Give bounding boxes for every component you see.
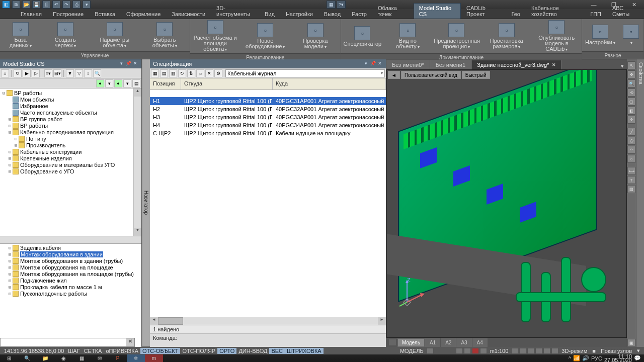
rt-box-icon[interactable]: ▢ (627, 98, 635, 106)
si3-icon[interactable] (472, 348, 479, 354)
side-tab[interactable]: Навигатор (142, 59, 150, 347)
menu-tab[interactable]: Облака точек (372, 3, 414, 19)
menu-tab[interactable]: Построение (47, 9, 89, 19)
qat-more-icon[interactable]: ▾ (83, 1, 91, 9)
rt-move-icon[interactable]: ✢ (627, 116, 635, 124)
ribbon-button[interactable]: ▫Выбрать объекты (139, 19, 190, 51)
tray-net-icon[interactable]: 📶 (573, 355, 580, 361)
tree-node[interactable]: Мои объекты (1, 96, 140, 103)
app-icon[interactable]: ◧ (2, 1, 10, 9)
status-toggle[interactable]: ОТС-ОБЪЕКТ (140, 348, 180, 354)
status-coords[interactable]: 14131.96,18538.68,0.00 (2, 348, 66, 354)
ribbon-button[interactable]: ▫ (618, 19, 643, 51)
ribbon-button[interactable]: ▫Преднастроенная проекция (432, 19, 482, 53)
st-6-icon[interactable]: ⌕ (196, 69, 204, 77)
status-toggle[interactable]: ОРТО (217, 348, 236, 354)
tree-node[interactable]: ⊞По типу (1, 135, 140, 142)
doc-tabs-more-icon[interactable]: ▾ (618, 63, 627, 69)
start-button[interactable]: ⊞ (0, 354, 18, 362)
status-toggle[interactable]: ДИН-ВВОД (236, 348, 269, 354)
object-tree-bottom[interactable]: ⊞Заделка кабеля⊞Монтаж оборудования в зд… (0, 244, 141, 298)
workspace-icon[interactable]: ▦ (327, 1, 336, 9)
menu-tab[interactable]: Вставка (89, 9, 121, 19)
ribbon-button[interactable]: ▫Спецификатор (341, 19, 384, 53)
ribbon-button[interactable]: ▫База данных (0, 19, 41, 51)
tb-home-icon[interactable]: ⌂ (1, 69, 9, 77)
tb-filter-icon[interactable]: ▼ (66, 69, 74, 77)
spec-close-icon[interactable]: ✕ (377, 61, 383, 67)
layout-icon[interactable] (388, 339, 396, 346)
menu-tab[interactable]: Зависимости (166, 9, 211, 19)
qat-open-icon[interactable]: 📂 (22, 1, 30, 9)
layout-tab[interactable]: А4 (472, 338, 488, 347)
status-model[interactable]: МОДЕЛЬ (398, 348, 426, 354)
rt-cursor-icon[interactable]: ↖ (627, 61, 635, 69)
tree-node[interactable]: ⊞ВР работы (1, 122, 140, 129)
rt-circle-icon[interactable]: ○ (627, 155, 635, 163)
tree-node[interactable]: ⊞Кабельные конструкции (1, 148, 140, 155)
table-row[interactable]: Н3ЩР2 Щиток групповой Rittal 100 (ПРИ...… (150, 113, 386, 121)
tray-clock[interactable]: 11:10 27.05.2020 (604, 355, 632, 362)
si5-icon[interactable] (511, 348, 518, 354)
menu-tab[interactable]: Оформление (121, 9, 166, 19)
si6-icon[interactable] (519, 348, 526, 354)
rt-orbit-icon[interactable]: ⟲ (627, 88, 635, 97)
status-scale[interactable]: m1:100 (488, 348, 511, 354)
tree-node[interactable]: ⊟Кабельно-проводниковая продукция (1, 129, 140, 135)
status-toggle[interactable]: оПРИВЯЗКА (104, 348, 140, 354)
document-tab[interactable]: Здание насосной_ver3.dwg*✕ (471, 60, 561, 69)
si8-icon[interactable] (535, 348, 542, 354)
app3-icon[interactable]: m (145, 354, 163, 362)
spec-pin-icon[interactable]: ▾ (363, 61, 369, 67)
layout-tab[interactable]: А2 (441, 338, 456, 347)
rt-zoom-icon[interactable]: 🔍 (627, 79, 635, 87)
tray-lang[interactable]: РУС (591, 355, 602, 361)
status-snap[interactable]: Показ узлов (599, 348, 634, 354)
search-icon[interactable]: 🔍 (18, 354, 36, 362)
tb-play-icon[interactable]: ▶ (23, 69, 31, 77)
qat-redo-icon[interactable]: ↷ (62, 1, 70, 9)
command-input[interactable] (1, 338, 126, 346)
status-mode[interactable]: 3D-режим (559, 348, 589, 354)
rt-last-icon[interactable]: ▣ (627, 339, 635, 347)
menu-tab[interactable]: ГПП (585, 9, 607, 19)
st-5-icon[interactable]: ⇅ (187, 69, 195, 77)
help-icon[interactable]: ?▾ (337, 1, 346, 9)
menu-tab[interactable]: CADLib Проект (461, 3, 506, 19)
tree-node[interactable]: ⊞Монтаж оборудования в здании (трубы) (1, 258, 140, 264)
qat-print-icon[interactable]: ⎙ (72, 1, 80, 9)
cmd-prompt[interactable]: Команда: (150, 333, 386, 342)
menu-tab[interactable]: Главная (15, 9, 47, 19)
tree-node[interactable]: ⊞ВР группа работ (1, 116, 140, 122)
menu-tab[interactable]: Настройки (280, 9, 318, 19)
tb-next-icon[interactable]: ▷ (32, 69, 40, 77)
qat-saveall-icon[interactable]: ⌸ (42, 1, 50, 9)
qat-save-icon[interactable]: 💾 (32, 1, 40, 9)
tree-node[interactable]: ⊞Оборудование с УГО (1, 168, 140, 174)
tree-node[interactable]: ⊞Крепежные изделия (1, 155, 140, 161)
menu-tab[interactable]: Растр (346, 9, 372, 19)
ribbon-button[interactable]: ▫Параметры объекта (90, 19, 140, 51)
tb-list-icon[interactable]: ≡▾ (44, 69, 52, 77)
table-row[interactable]: С-ЩР2ЩР2 Щиток групповой Rittal 100 (ПРИ… (150, 129, 386, 137)
menu-tab[interactable]: Вывод (318, 9, 346, 19)
tree-node[interactable]: ⊞Монтаж оборудования на площадке (трубы) (1, 271, 140, 278)
chrome-icon[interactable]: ◉ (54, 354, 72, 362)
rt-hatch-icon[interactable]: ▨ (627, 185, 635, 193)
st-3-icon[interactable]: ▥ (169, 69, 177, 77)
st-8-icon[interactable]: ⚙ (214, 69, 222, 77)
tray-up-icon[interactable]: ^ (569, 355, 571, 361)
document-tab[interactable]: Без имени0* (386, 60, 430, 69)
tb-refresh-icon[interactable]: ↻ (14, 69, 22, 77)
ribbon-button[interactable]: ▫Проверка модели (290, 19, 341, 53)
vp-view-button[interactable]: Пользовательский вид (401, 71, 461, 79)
ribbon-button[interactable]: ▫Настройки (582, 19, 618, 51)
app1-icon[interactable]: ▦ (72, 354, 91, 362)
col-to[interactable]: Куда (273, 78, 386, 89)
menu-tab[interactable]: Гео (506, 9, 526, 19)
tree-node[interactable]: ⊞Пусконаладочные работы (1, 291, 140, 297)
table-row[interactable]: Н2ЩР2 Щиток групповой Rittal 100 (ПРИ...… (150, 105, 386, 113)
outlook-icon[interactable]: ✉ (91, 354, 109, 362)
st-7-icon[interactable]: ✕ (205, 69, 213, 77)
status-toggle[interactable]: ВЕС (269, 348, 285, 354)
